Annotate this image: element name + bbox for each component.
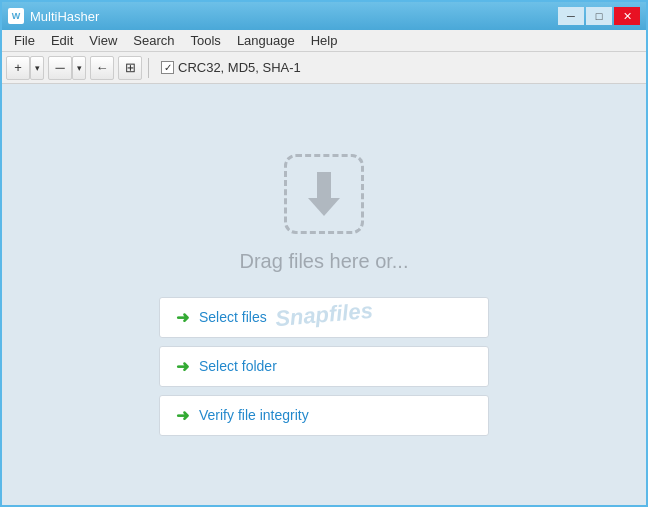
hash-option[interactable]: CRC32, MD5, SHA-1	[155, 60, 307, 75]
remove-dropdown: ─ ▾	[48, 56, 86, 80]
window-title: MultiHasher	[30, 9, 99, 24]
main-content: Drag files here or... Snapfiles ➜ Select…	[2, 84, 646, 505]
select-folder-label: Select folder	[199, 358, 277, 374]
remove-dropdown-button[interactable]: ▾	[72, 56, 86, 80]
hash-checkbox[interactable]	[161, 61, 174, 74]
title-bar: W MultiHasher ─ □ ✕	[2, 2, 646, 30]
main-window: W MultiHasher ─ □ ✕ File Edit View Searc…	[0, 0, 648, 507]
drop-zone-icon	[284, 154, 364, 234]
select-folder-button[interactable]: ➜ Select folder	[159, 346, 489, 387]
select-files-label: Select files	[199, 309, 267, 325]
toolbar: + ▾ ─ ▾ ← ⊞ CRC32, MD5, SHA-1	[2, 52, 646, 84]
drop-arrow	[308, 172, 340, 216]
add-button[interactable]: +	[6, 56, 30, 80]
remove-button[interactable]: ─	[48, 56, 72, 80]
menu-edit[interactable]: Edit	[43, 31, 81, 50]
back-button[interactable]: ←	[90, 56, 114, 80]
minimize-button[interactable]: ─	[558, 7, 584, 25]
verify-integrity-label: Verify file integrity	[199, 407, 309, 423]
menu-bar: File Edit View Search Tools Language Hel…	[2, 30, 646, 52]
arrow-head	[308, 198, 340, 216]
menu-view[interactable]: View	[81, 31, 125, 50]
hash-option-label: CRC32, MD5, SHA-1	[178, 60, 301, 75]
add-dropdown: + ▾	[6, 56, 44, 80]
close-button[interactable]: ✕	[614, 7, 640, 25]
menu-language[interactable]: Language	[229, 31, 303, 50]
select-folder-arrow-icon: ➜	[176, 357, 189, 376]
window-controls: ─ □ ✕	[558, 7, 640, 25]
drag-drop-text: Drag files here or...	[240, 250, 409, 273]
arrow-shaft	[317, 172, 331, 198]
select-files-button[interactable]: ➜ Select files	[159, 297, 489, 338]
add-dropdown-button[interactable]: ▾	[30, 56, 44, 80]
menu-tools[interactable]: Tools	[183, 31, 229, 50]
verify-integrity-button[interactable]: ➜ Verify file integrity	[159, 395, 489, 436]
menu-help[interactable]: Help	[303, 31, 346, 50]
grid-button[interactable]: ⊞	[118, 56, 142, 80]
app-icon: W	[8, 8, 24, 24]
menu-search[interactable]: Search	[125, 31, 182, 50]
maximize-button[interactable]: □	[586, 7, 612, 25]
select-files-arrow-icon: ➜	[176, 308, 189, 327]
action-buttons: ➜ Select files ➜ Select folder ➜ Verify …	[159, 297, 489, 436]
menu-file[interactable]: File	[6, 31, 43, 50]
toolbar-separator	[148, 58, 149, 78]
verify-integrity-arrow-icon: ➜	[176, 406, 189, 425]
title-bar-left: W MultiHasher	[8, 8, 99, 24]
